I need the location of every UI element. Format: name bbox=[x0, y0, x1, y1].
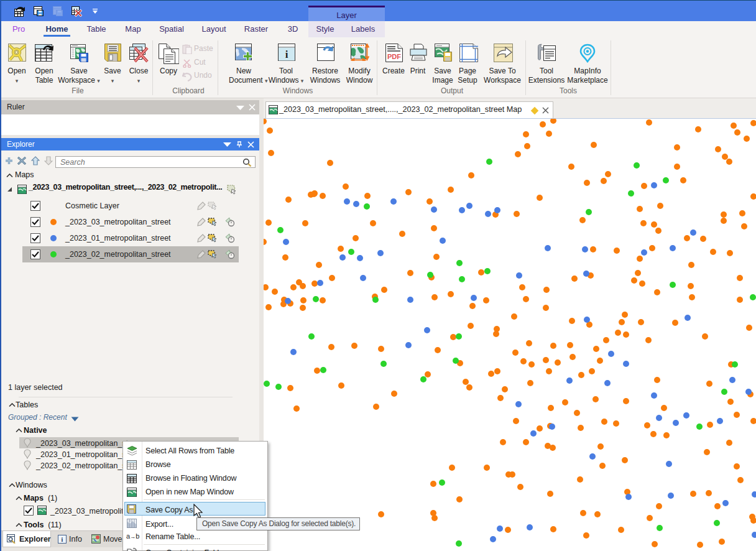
svg-text:i: i bbox=[62, 536, 63, 543]
svg-text:i: i bbox=[285, 49, 288, 60]
svg-text:PDF: PDF bbox=[387, 53, 401, 60]
